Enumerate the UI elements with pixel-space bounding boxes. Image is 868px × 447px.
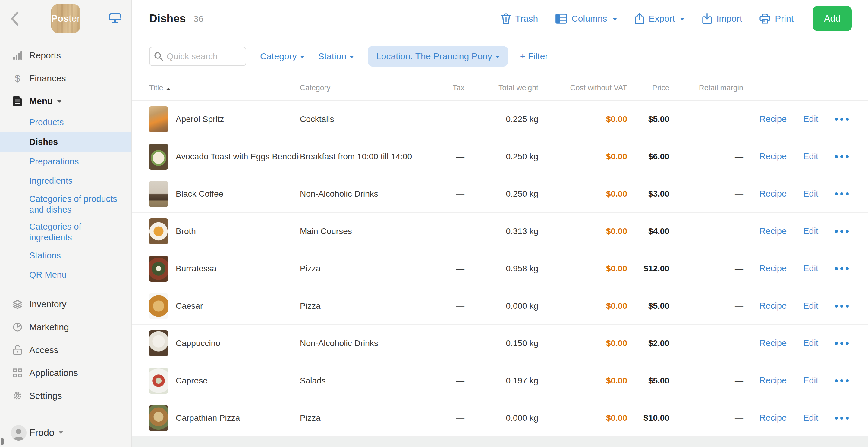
sidebar-item-reports[interactable]: Reports — [0, 44, 131, 67]
dish-tax: — — [456, 226, 464, 236]
dish-category: Cocktails — [300, 115, 427, 124]
more-actions-button[interactable] — [835, 377, 849, 384]
column-header-price[interactable]: Price — [652, 84, 670, 92]
dish-retail-margin: — — [735, 115, 743, 124]
edit-link[interactable]: Edit — [803, 263, 818, 274]
columns-button[interactable]: Columns — [555, 13, 617, 24]
page-header: Dishes 36 Trash Columns — [132, 0, 868, 37]
recipe-link[interactable]: Recipe — [760, 152, 786, 161]
edit-link[interactable]: Edit — [803, 152, 818, 161]
trash-icon — [501, 13, 511, 24]
dish-category: Breakfast from 10:00 till 14:00 — [300, 152, 427, 161]
sidebar-item-access[interactable]: Access — [0, 339, 131, 361]
sidebar-item-menu[interactable]: Menu — [0, 90, 131, 113]
sidebar-item-inventory[interactable]: Inventory — [0, 293, 131, 316]
sidebar-item-qr-menu[interactable]: QR Menu — [0, 265, 131, 284]
edit-link[interactable]: Edit — [803, 413, 818, 423]
dish-retail-margin: — — [735, 376, 743, 386]
row-actions: Recipe Edit — [743, 189, 868, 199]
table-row: Carpathian Pizza Pizza — 0.000 kg $0.00 … — [132, 400, 868, 437]
dish-title: Black Coffee — [176, 189, 223, 199]
recipe-link[interactable]: Recipe — [760, 301, 786, 311]
sidebar-item-categories-of-ingredients[interactable]: Categories of ingredients — [0, 218, 131, 246]
column-header-cost[interactable]: Cost without VAT — [570, 84, 627, 92]
bar-chart-icon — [11, 51, 24, 60]
search-input[interactable] — [149, 47, 246, 66]
scrollbar-thumb[interactable] — [1, 438, 4, 445]
print-button[interactable]: Print — [760, 13, 794, 24]
sidebar-item-dishes[interactable]: Dishes — [0, 132, 131, 152]
dish-cost: $0.00 — [606, 189, 627, 199]
main-content: Dishes 36 Trash Columns — [132, 0, 868, 447]
more-actions-button[interactable] — [835, 340, 849, 347]
edit-link[interactable]: Edit — [803, 338, 818, 348]
edit-link[interactable]: Edit — [803, 189, 818, 199]
recipe-link[interactable]: Recipe — [760, 338, 786, 348]
column-header-total-weight[interactable]: Total weight — [498, 84, 538, 92]
column-header-tax[interactable]: Tax — [453, 84, 464, 92]
dish-title-cell: Cappuccino — [149, 330, 300, 356]
more-actions-button[interactable] — [835, 415, 849, 421]
sidebar-item-products[interactable]: Products — [0, 113, 131, 132]
recipe-link[interactable]: Recipe — [760, 376, 786, 386]
avatar — [11, 425, 27, 441]
table-row: Caprese Salads — 0.197 kg $0.00 $5.00 — … — [132, 362, 868, 400]
sidebar-item-preparations[interactable]: Preparations — [0, 152, 131, 171]
edit-link[interactable]: Edit — [803, 376, 818, 386]
recipe-link[interactable]: Recipe — [760, 226, 786, 236]
dish-total-weight: 0.250 kg — [506, 189, 538, 199]
column-header-title[interactable]: Title — [149, 84, 300, 92]
dish-tax: — — [456, 189, 464, 199]
sidebar-item-applications[interactable]: Applications — [0, 361, 131, 384]
recipe-link[interactable]: Recipe — [760, 413, 786, 423]
more-actions-button[interactable] — [835, 191, 849, 197]
terminal-button[interactable] — [109, 13, 121, 25]
more-actions-button[interactable] — [835, 228, 849, 235]
columns-table-icon — [555, 13, 567, 24]
back-button[interactable] — [10, 11, 22, 27]
person-icon — [11, 426, 27, 441]
add-button[interactable]: Add — [813, 6, 852, 31]
more-actions-button[interactable] — [835, 265, 849, 272]
toolbar: Trash Columns — [501, 6, 852, 31]
sidebar-item-settings[interactable]: Settings — [0, 384, 131, 407]
dish-cost: $0.00 — [606, 413, 627, 423]
column-header-retail-margin[interactable]: Retail margin — [699, 84, 743, 92]
dish-photo — [149, 330, 168, 356]
dish-title-cell: Burratessa — [149, 256, 300, 282]
recipe-link[interactable]: Recipe — [760, 114, 786, 124]
sidebar-item-stations[interactable]: Stations — [0, 246, 131, 265]
import-button[interactable]: Import — [702, 13, 742, 24]
sidebar-item-marketing[interactable]: Marketing — [0, 316, 131, 339]
sidebar-item-finances[interactable]: $ Finances — [0, 67, 131, 90]
column-header-category[interactable]: Category — [300, 84, 427, 92]
more-actions-button[interactable] — [835, 303, 849, 309]
dish-tax: — — [456, 339, 464, 348]
dish-tax: — — [456, 413, 464, 423]
category-filter[interactable]: Category — [260, 51, 304, 61]
sidebar-item-ingredients[interactable]: Ingredients — [0, 171, 131, 190]
sidebar-item-label: Marketing — [29, 322, 69, 332]
station-filter[interactable]: Station — [318, 51, 354, 61]
dish-title: Cappuccino — [176, 339, 220, 348]
more-actions-button[interactable] — [835, 153, 849, 160]
add-filter-button[interactable]: + Filter — [520, 51, 548, 61]
row-actions: Recipe Edit — [743, 413, 868, 423]
more-actions-button[interactable] — [835, 116, 849, 123]
category-filter-label: Category — [260, 51, 297, 61]
edit-link[interactable]: Edit — [803, 226, 818, 236]
dish-title: Carpathian Pizza — [176, 413, 240, 423]
trash-button[interactable]: Trash — [501, 13, 538, 24]
edit-link[interactable]: Edit — [803, 114, 818, 124]
table-row: Burratessa Pizza — 0.958 kg $0.00 $12.00… — [132, 250, 868, 287]
recipe-link[interactable]: Recipe — [760, 189, 786, 199]
recipe-link[interactable]: Recipe — [760, 263, 786, 274]
chevron-down-icon — [300, 56, 304, 58]
user-menu[interactable]: Frodo — [0, 418, 131, 447]
sidebar-item-categories-of-products[interactable]: Categories of products and dishes — [0, 190, 131, 218]
poster-logo[interactable]: Poster — [51, 4, 81, 33]
export-button[interactable]: Export — [635, 13, 685, 24]
dish-price: $12.00 — [644, 264, 670, 274]
edit-link[interactable]: Edit — [803, 301, 818, 311]
location-filter[interactable]: Location: The Prancing Pony — [368, 46, 508, 67]
